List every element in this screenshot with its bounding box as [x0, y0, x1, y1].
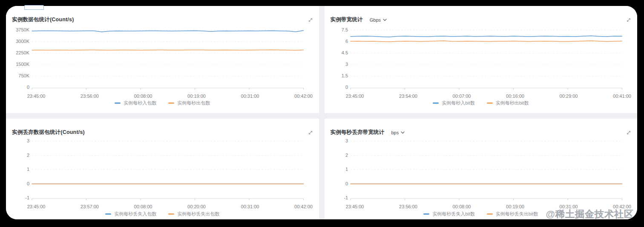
card-header: 实例数据包统计(Count/s) — [12, 16, 314, 23]
svg-text:-1: -1 — [25, 196, 29, 201]
svg-text:3: 3 — [345, 139, 348, 144]
chart-legend: 实例每秒入包数实例每秒出包数 — [6, 100, 319, 106]
svg-text:1: 1 — [27, 167, 29, 172]
legend-item[interactable]: 实例每秒丢失入包数 — [105, 211, 156, 217]
svg-text:00:16:00: 00:16:00 — [506, 94, 524, 99]
legend-label: 实例每秒入包数 — [124, 100, 156, 106]
card-header: 实例带宽统计 Gbps — [331, 16, 632, 23]
selected-tab-fragment[interactable] — [24, 5, 44, 10]
legend-label: 实例每秒入bit数 — [442, 100, 475, 106]
svg-text:3750K: 3750K — [16, 28, 29, 33]
legend-label: 实例每秒丢失出包数 — [177, 211, 219, 217]
chart-card-packets: 实例数据包统计(Count/s) 3750K3000K2250K1500K750… — [6, 6, 319, 113]
svg-text:6: 6 — [345, 39, 348, 44]
svg-text:1500K: 1500K — [16, 62, 29, 67]
svg-text:0: 0 — [345, 85, 348, 90]
legend-item[interactable]: 实例每秒出bit数 — [487, 100, 529, 106]
legend-label: 实例每秒出包数 — [177, 100, 210, 106]
expand-icon[interactable] — [307, 17, 314, 23]
chart-title: 实例每秒丢弃带宽统计 — [331, 129, 385, 136]
svg-text:00:08:00: 00:08:00 — [134, 204, 152, 209]
svg-text:23:45:00: 23:45:00 — [345, 94, 364, 99]
svg-text:23:56:00: 23:56:00 — [399, 204, 417, 209]
chart-card-bandwidth: 实例带宽统计 Gbps 7.564.531.5023:45:0023:54:00… — [325, 6, 638, 113]
legend-dash-icon — [105, 213, 111, 215]
svg-text:23:45:00: 23:45:00 — [27, 204, 46, 209]
legend-dash-icon — [168, 102, 174, 104]
chart-card-dropped-packets: 实例丢弃数据包统计(Count/s) 3210-123:45:0023:57:0… — [6, 119, 319, 219]
legend-item[interactable]: 实例每秒丢失出包数 — [168, 211, 219, 217]
svg-text:00:07:00: 00:07:00 — [452, 94, 471, 99]
svg-text:2250K: 2250K — [16, 51, 29, 56]
card-header: 实例每秒丢弃带宽统计 bps — [331, 129, 632, 136]
chart-grid: 实例数据包统计(Count/s) 3750K3000K2250K1500K750… — [6, 6, 637, 219]
page-background: 实例数据包统计(Count/s) 3750K3000K2250K1500K750… — [0, 0, 644, 227]
legend-dash-icon — [487, 213, 493, 215]
chart-title: 实例丢弃数据包统计(Count/s) — [12, 129, 85, 136]
svg-text:3000K: 3000K — [16, 39, 29, 44]
svg-text:23:45:00: 23:45:00 — [345, 204, 364, 209]
unit-label: Gbps — [370, 17, 381, 23]
svg-text:00:42:00: 00:42:00 — [294, 94, 313, 99]
svg-text:23:45:00: 23:45:00 — [27, 94, 46, 99]
svg-text:3: 3 — [27, 139, 29, 144]
svg-text:00:19:00: 00:19:00 — [506, 204, 524, 209]
chevron-down-icon — [383, 19, 387, 21]
expand-icon[interactable] — [625, 129, 632, 136]
legend-dash-icon — [115, 102, 121, 104]
unit-dropdown[interactable]: Gbps — [370, 17, 387, 23]
svg-text:00:31:00: 00:31:00 — [241, 94, 259, 99]
legend-item[interactable]: 实例每秒入bit数 — [433, 100, 475, 106]
legend-item[interactable]: 实例每秒丢失出bit数 — [487, 211, 538, 217]
legend-item[interactable]: 实例每秒丢失入bit数 — [423, 211, 475, 217]
svg-text:1: 1 — [345, 167, 348, 172]
legend-item[interactable]: 实例每秒入包数 — [115, 100, 156, 106]
svg-text:23:57:00: 23:57:00 — [80, 204, 99, 209]
svg-text:00:29:00: 00:29:00 — [559, 94, 578, 99]
legend-label: 实例每秒丢失入包数 — [114, 211, 156, 217]
legend-dash-icon — [423, 213, 429, 215]
svg-text:00:08:00: 00:08:00 — [134, 94, 152, 99]
svg-text:2: 2 — [27, 153, 29, 158]
svg-text:-1: -1 — [344, 196, 348, 201]
svg-text:0: 0 — [27, 181, 29, 186]
svg-text:7.5: 7.5 — [341, 28, 348, 33]
legend-dash-icon — [168, 213, 174, 215]
svg-text:2: 2 — [345, 153, 348, 158]
svg-text:750K: 750K — [18, 74, 29, 79]
svg-text:3: 3 — [345, 62, 348, 67]
expand-icon[interactable] — [625, 17, 632, 23]
legend-label: 实例每秒出bit数 — [496, 100, 529, 106]
legend-item[interactable]: 实例每秒出包数 — [168, 100, 210, 106]
chart-title: 实例数据包统计(Count/s) — [12, 16, 74, 23]
legend-label: 实例每秒丢失入bit数 — [432, 211, 475, 217]
svg-text:00:20:00: 00:20:00 — [187, 204, 206, 209]
unit-dropdown[interactable]: bps — [391, 130, 405, 135]
svg-text:23:54:00: 23:54:00 — [399, 94, 417, 99]
chevron-down-icon — [401, 131, 405, 134]
legend-label: 实例每秒丢失出bit数 — [496, 211, 538, 217]
svg-text:00:19:00: 00:19:00 — [187, 94, 206, 99]
unit-label: bps — [391, 130, 399, 135]
svg-text:4.5: 4.5 — [341, 51, 348, 56]
svg-text:1.5: 1.5 — [341, 74, 348, 79]
svg-text:0: 0 — [345, 181, 348, 186]
chart-card-dropped-bandwidth: 实例每秒丢弃带宽统计 bps 3210-123:45:0023:56:0000:… — [325, 119, 638, 219]
svg-text:23:56:00: 23:56:00 — [80, 94, 99, 99]
svg-text:00:08:00: 00:08:00 — [452, 204, 471, 209]
svg-text:00:42:00: 00:42:00 — [294, 204, 313, 209]
svg-text:00:31:00: 00:31:00 — [241, 204, 259, 209]
dashboard-frame: 实例数据包统计(Count/s) 3750K3000K2250K1500K750… — [6, 6, 637, 219]
expand-icon[interactable] — [307, 129, 314, 136]
legend-dash-icon — [487, 102, 493, 104]
svg-text:0: 0 — [27, 85, 29, 90]
watermark: @稀土掘金技术社区 — [546, 208, 634, 219]
legend-dash-icon — [433, 102, 439, 104]
card-header: 实例丢弃数据包统计(Count/s) — [12, 129, 314, 136]
chart-legend: 实例每秒丢失入包数实例每秒丢失出包数 — [6, 211, 319, 217]
chart-legend: 实例每秒入bit数实例每秒出bit数 — [325, 100, 638, 106]
svg-text:00:41:00: 00:41:00 — [613, 94, 631, 99]
chart-title: 实例带宽统计 — [331, 16, 363, 23]
